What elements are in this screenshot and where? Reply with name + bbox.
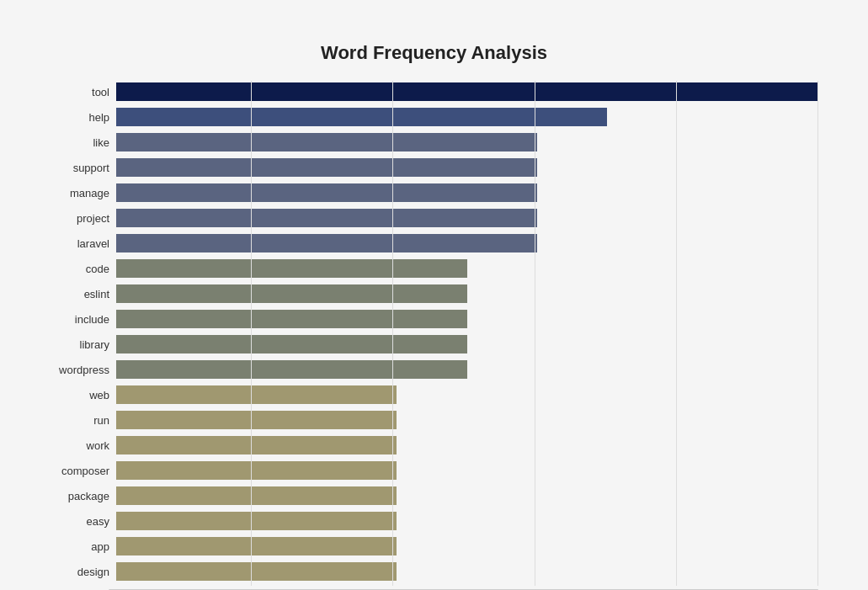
bar-label: easy	[34, 515, 109, 528]
bar-wrapper	[116, 207, 817, 229]
bar	[116, 562, 397, 581]
bar-label: include	[34, 313, 109, 326]
bar-wrapper	[116, 283, 817, 305]
bar-label: project	[34, 212, 109, 225]
table-row: easy	[109, 510, 817, 532]
table-row: code	[109, 258, 817, 279]
table-row: laravel	[109, 232, 817, 254]
bar	[116, 158, 537, 177]
table-row: project	[109, 207, 817, 229]
bar-wrapper	[116, 510, 817, 532]
table-row: web	[109, 384, 817, 406]
grid-line	[817, 81, 818, 586]
table-row: app	[109, 535, 817, 557]
bar-wrapper	[116, 81, 817, 103]
bar	[116, 411, 397, 429]
bar-wrapper	[116, 485, 817, 507]
bar-wrapper	[116, 434, 817, 456]
bar-wrapper	[116, 157, 817, 178]
bar-label: like	[34, 136, 109, 149]
table-row: wordpress	[109, 359, 817, 380]
table-row: help	[109, 106, 817, 128]
bar	[116, 486, 397, 505]
bar-label: eslint	[34, 288, 109, 300]
table-row: library	[109, 333, 817, 355]
bar-label: composer	[34, 465, 109, 477]
bar-label: laravel	[34, 237, 109, 250]
bar-wrapper	[116, 561, 817, 582]
bar-wrapper	[116, 131, 817, 153]
bar-label: help	[34, 111, 109, 124]
bar-label: support	[34, 162, 109, 174]
bar-label: app	[34, 540, 109, 553]
bar-label: web	[34, 389, 109, 401]
bar-wrapper	[116, 384, 817, 406]
bar	[116, 537, 397, 555]
bar-label: work	[34, 439, 109, 452]
bar-label: wordpress	[34, 364, 109, 376]
table-row: support	[109, 157, 817, 178]
bar-wrapper	[116, 535, 817, 557]
table-row: eslint	[109, 283, 817, 305]
bar	[116, 360, 467, 379]
bar-label: code	[34, 263, 109, 275]
table-row: design	[109, 561, 817, 582]
bar	[116, 284, 467, 303]
bar-label: manage	[34, 187, 109, 199]
bar-wrapper	[116, 258, 817, 279]
bar-label: library	[34, 338, 109, 351]
bar-wrapper	[116, 232, 817, 254]
chart-area: toolhelplikesupportmanageprojectlaravelc…	[109, 81, 817, 586]
bar	[116, 335, 467, 353]
bar	[116, 259, 467, 278]
chart-container: Word Frequency Analysis toolhelplikesupp…	[17, 17, 851, 590]
bar-label: design	[34, 566, 109, 578]
bar-label: run	[34, 414, 109, 427]
table-row: composer	[109, 460, 817, 481]
bar	[116, 108, 607, 126]
bar	[116, 385, 397, 404]
chart-title: Word Frequency Analysis	[34, 34, 834, 64]
table-row: manage	[109, 182, 817, 204]
bar	[116, 82, 817, 101]
bar-wrapper	[116, 359, 817, 380]
bar	[116, 512, 397, 530]
bar-wrapper	[116, 460, 817, 481]
chart-inner: toolhelplikesupportmanageprojectlaravelc…	[34, 81, 834, 590]
table-row: tool	[109, 81, 817, 103]
table-row: work	[109, 434, 817, 456]
bar-wrapper	[116, 333, 817, 355]
bar-wrapper	[116, 409, 817, 431]
bar-wrapper	[116, 106, 817, 128]
bar	[116, 133, 537, 151]
table-row: run	[109, 409, 817, 431]
bar	[116, 310, 467, 328]
bar-label: package	[34, 490, 109, 502]
table-row: include	[109, 308, 817, 330]
bar	[116, 461, 397, 480]
bar-wrapper	[116, 182, 817, 204]
bar	[116, 234, 537, 252]
bar-label: tool	[34, 86, 109, 98]
bar	[116, 436, 397, 454]
table-row: like	[109, 131, 817, 153]
bar-wrapper	[116, 308, 817, 330]
bar	[116, 209, 537, 227]
table-row: package	[109, 485, 817, 507]
bar	[116, 183, 537, 202]
